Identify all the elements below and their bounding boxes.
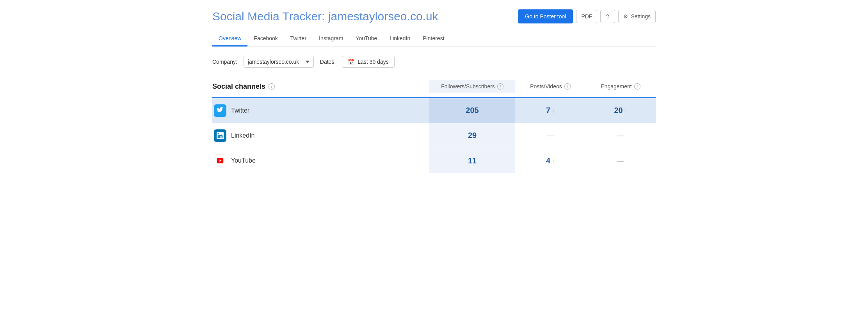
channel-name-youtube: YouTube (231, 157, 256, 164)
followers-value-linkedin: 29 (468, 131, 477, 140)
table-row: Twitter 205 7 ↑ 20 ↑ (212, 98, 656, 123)
engagement-cell-twitter: 20 ↑ (585, 98, 656, 123)
export-button[interactable]: ⇧ (600, 10, 615, 23)
tab-instagram[interactable]: Instagram (313, 31, 349, 47)
settings-button[interactable]: ⚙ Settings (618, 10, 656, 23)
th-social-channels: Social channels i (212, 80, 429, 93)
followers-value-twitter: 205 (466, 106, 478, 115)
tab-youtube[interactable]: YouTube (349, 31, 383, 47)
engagement-cell-linkedin: — (585, 123, 656, 148)
header-actions: Go to Poster tool PDF ⇧ ⚙ Settings (518, 9, 656, 23)
dates-picker[interactable]: 📅 Last 30 days (342, 56, 394, 68)
tab-bar: Overview Facebook Twitter Instagram YouT… (212, 31, 656, 47)
dates-label: Dates: (320, 59, 336, 65)
th-posts: Posts/Videos i (515, 80, 585, 93)
dates-value: Last 30 days (358, 59, 388, 65)
posts-value-youtube: 4 (546, 156, 550, 165)
linkedin-icon (214, 129, 226, 142)
engagement-value-twitter: 20 (614, 106, 623, 115)
channel-cell-youtube[interactable]: YouTube (212, 148, 429, 173)
posts-info-icon[interactable]: i (564, 83, 571, 90)
social-channels-table: Social channels i Followers/Subscribers … (212, 80, 656, 173)
youtube-icon (214, 154, 226, 167)
page-header: Social Media Tracker: jamestaylorseo.co.… (212, 9, 656, 23)
table-row: LinkedIn 29 — — (212, 123, 656, 148)
table-row: YouTube 11 4 ↑ — (212, 148, 656, 173)
followers-value-youtube: 11 (468, 156, 477, 165)
th-followers: Followers/Subscribers i (429, 80, 515, 93)
channel-name-linkedin: LinkedIn (231, 132, 255, 139)
company-select[interactable]: jamestaylorseo.co.uk (244, 56, 314, 68)
followers-cell-twitter: 205 (429, 98, 515, 123)
channel-cell-linkedin[interactable]: LinkedIn (212, 123, 429, 148)
th-posts-label: Posts/Videos (530, 83, 562, 90)
channel-name-twitter: Twitter (231, 107, 249, 114)
th-engagement: Engagement i (585, 80, 656, 93)
page-title: Social Media Tracker: jamestaylorseo.co.… (212, 10, 438, 23)
posts-cell-linkedin: — (515, 123, 585, 148)
posts-trend-youtube: ↑ (552, 158, 555, 164)
gear-icon: ⚙ (623, 13, 628, 20)
tab-facebook[interactable]: Facebook (247, 31, 284, 47)
th-engagement-label: Engagement (601, 83, 631, 90)
table-header: Social channels i Followers/Subscribers … (212, 80, 656, 98)
tab-overview[interactable]: Overview (212, 31, 247, 47)
engagement-info-icon[interactable]: i (634, 83, 640, 90)
engagement-value-linkedin: — (617, 131, 624, 140)
posts-value-linkedin: — (547, 131, 554, 140)
channel-cell-twitter[interactable]: Twitter (212, 98, 429, 123)
followers-cell-youtube: 11 (429, 148, 515, 173)
export-icon: ⇧ (605, 13, 610, 20)
filters-bar: Company: jamestaylorseo.co.uk Dates: 📅 L… (212, 56, 656, 68)
engagement-cell-youtube: — (585, 148, 656, 173)
posts-trend-twitter: ↑ (552, 107, 555, 114)
section-title: Social channels (212, 82, 265, 91)
calendar-icon: 📅 (348, 59, 354, 65)
tab-pinterest[interactable]: Pinterest (416, 31, 450, 47)
posts-cell-twitter: 7 ↑ (515, 98, 585, 123)
tab-twitter[interactable]: Twitter (284, 31, 313, 47)
company-label: Company: (212, 59, 237, 65)
pdf-button[interactable]: PDF (576, 10, 597, 23)
title-static: Social Media Tracker: (212, 10, 325, 23)
engagement-trend-twitter: ↑ (624, 107, 627, 114)
settings-label: Settings (631, 13, 651, 20)
go-to-poster-button[interactable]: Go to Poster tool (518, 9, 573, 23)
engagement-value-youtube: — (617, 157, 624, 165)
followers-cell-linkedin: 29 (429, 123, 515, 148)
followers-info-icon[interactable]: i (497, 83, 503, 90)
posts-value-twitter: 7 (546, 106, 550, 115)
th-followers-label: Followers/Subscribers (441, 83, 495, 90)
tab-linkedin[interactable]: LinkedIn (383, 31, 416, 47)
title-domain: jamestaylorseo.co.uk (328, 10, 438, 23)
twitter-icon (214, 104, 226, 117)
section-info-icon[interactable]: i (269, 83, 275, 90)
posts-cell-youtube: 4 ↑ (515, 148, 585, 173)
